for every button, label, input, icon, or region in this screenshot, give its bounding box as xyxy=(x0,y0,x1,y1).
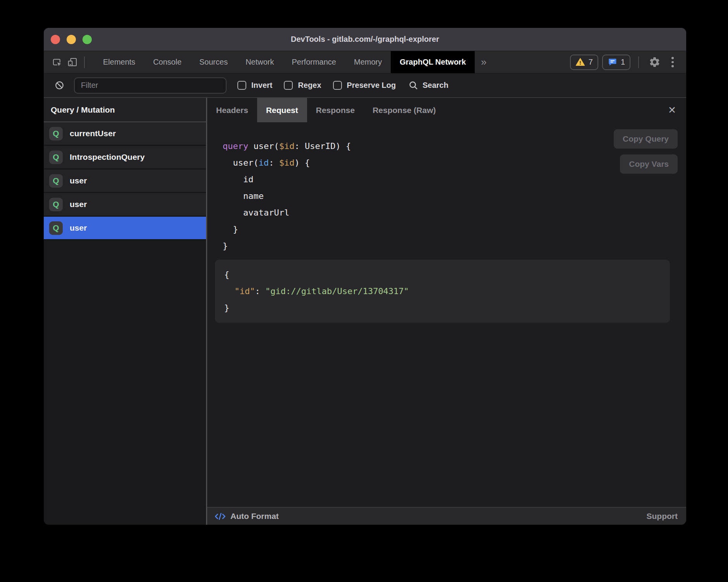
request-variables-box: { "id": "gid://gitlab/User/13704317"} xyxy=(215,260,670,323)
close-pane-icon[interactable]: ✕ xyxy=(658,98,686,122)
tab-sources[interactable]: Sources xyxy=(191,51,237,73)
search-toggle[interactable]: Search xyxy=(408,80,448,91)
chat-bubble-icon xyxy=(608,57,617,67)
query-list-item-label: user xyxy=(70,176,87,185)
pane-bottom-bar: Auto Format Support xyxy=(207,507,686,525)
query-list-item-label: IntrospectionQuery xyxy=(70,152,145,162)
invert-checkbox-box xyxy=(237,81,246,90)
toolbar-right-divider xyxy=(638,56,639,68)
warning-icon xyxy=(575,57,585,67)
search-icon xyxy=(408,80,419,91)
regex-checkbox-label: Regex xyxy=(298,81,321,90)
query-list-item-user[interactable]: Quser xyxy=(44,169,206,193)
copy-vars-button[interactable]: Copy Vars xyxy=(620,154,678,174)
search-label: Search xyxy=(422,81,448,90)
support-link[interactable]: Support xyxy=(647,512,678,521)
query-list-item-label: user xyxy=(70,200,87,209)
device-toolbar-icon[interactable] xyxy=(65,55,80,70)
request-variables-code: { "id": "gid://gitlab/User/13704317"} xyxy=(224,266,661,316)
preserve-log-checkbox[interactable]: Preserve Log xyxy=(333,81,396,90)
tab-graphql-network[interactable]: GraphQL Network xyxy=(391,51,475,73)
pane-tab-request[interactable]: Request xyxy=(257,98,307,122)
clear-block-icon[interactable] xyxy=(52,78,67,93)
tab-console[interactable]: Console xyxy=(144,51,190,73)
query-type-badge: Q xyxy=(49,174,63,188)
issues-badge[interactable]: 1 xyxy=(602,55,630,70)
copy-query-button[interactable]: Copy Query xyxy=(614,129,678,149)
warnings-badge[interactable]: 7 xyxy=(570,55,598,70)
query-list-sidebar: Query / Mutation QcurrentUserQIntrospect… xyxy=(44,98,207,525)
query-type-badge: Q xyxy=(49,221,63,235)
query-list-header: Query / Mutation xyxy=(44,98,206,122)
devtools-tabbar-tabs: ElementsConsoleSourcesNetworkPerformance… xyxy=(94,51,475,73)
regex-checkbox-box xyxy=(284,81,293,90)
pane-tab-response[interactable]: Response xyxy=(307,98,364,122)
toolbar-divider xyxy=(84,56,85,68)
invert-checkbox[interactable]: Invert xyxy=(237,81,272,90)
detail-pane: HeadersRequestResponseResponse (Raw) ✕ q… xyxy=(207,98,686,525)
devtools-window: DevTools - gitlab.com/-/graphql-explorer… xyxy=(44,28,686,525)
query-list-item-currentuser[interactable]: QcurrentUser xyxy=(44,122,206,146)
query-list-item-label: user xyxy=(70,223,87,233)
query-list-item-introspectionquery[interactable]: QIntrospectionQuery xyxy=(44,146,206,169)
query-type-badge: Q xyxy=(49,127,63,140)
pane-tab-response-raw[interactable]: Response (Raw) xyxy=(364,98,445,122)
query-list-item-label: currentUser xyxy=(70,129,116,138)
copy-buttons: Copy Query Copy Vars xyxy=(614,129,678,174)
request-query-code: query user($id: UserID) { user(id: $id) … xyxy=(223,138,678,254)
request-tab-content: query user($id: UserID) { user(id: $id) … xyxy=(207,122,686,507)
window-title: DevTools - gitlab.com/-/graphql-explorer xyxy=(44,35,686,44)
tab-memory[interactable]: Memory xyxy=(345,51,391,73)
query-list-item-user[interactable]: Quser xyxy=(44,193,206,217)
auto-format-label: Auto Format xyxy=(230,512,279,521)
query-type-badge: Q xyxy=(49,198,63,211)
tab-performance[interactable]: Performance xyxy=(283,51,345,73)
more-options-kebab-icon[interactable] xyxy=(666,57,679,67)
regex-checkbox[interactable]: Regex xyxy=(284,81,321,90)
settings-gear-icon[interactable] xyxy=(647,55,662,70)
auto-format-button[interactable]: Auto Format xyxy=(214,511,279,522)
warnings-count: 7 xyxy=(589,58,593,67)
filter-toolbar: InvertRegexPreserve Log Search xyxy=(44,73,686,98)
preserve-log-checkbox-box xyxy=(333,81,342,90)
titlebar: DevTools - gitlab.com/-/graphql-explorer xyxy=(44,28,686,51)
pane-tab-headers[interactable]: Headers xyxy=(207,98,257,122)
tab-elements[interactable]: Elements xyxy=(94,51,144,73)
toolbar-right-cluster: 7 1 xyxy=(570,55,686,70)
main-content: Query / Mutation QcurrentUserQIntrospect… xyxy=(44,98,686,525)
query-list: QcurrentUserQIntrospectionQueryQuserQuse… xyxy=(44,122,206,240)
inspect-element-icon[interactable] xyxy=(49,55,65,70)
query-type-badge: Q xyxy=(49,151,63,164)
query-list-item-user-selected[interactable]: Quser xyxy=(44,217,206,240)
invert-checkbox-label: Invert xyxy=(251,81,272,90)
issues-count: 1 xyxy=(621,58,625,67)
devtools-toolbar: ElementsConsoleSourcesNetworkPerformance… xyxy=(44,51,686,73)
code-brackets-icon xyxy=(214,511,226,522)
more-tabs-button[interactable]: » xyxy=(475,56,493,68)
tab-network[interactable]: Network xyxy=(237,51,283,73)
filter-checkbox-groups: InvertRegexPreserve Log xyxy=(237,81,396,90)
preserve-log-checkbox-label: Preserve Log xyxy=(347,81,396,90)
filter-input[interactable] xyxy=(74,77,227,94)
detail-pane-tabbar: HeadersRequestResponseResponse (Raw) ✕ xyxy=(207,98,686,122)
